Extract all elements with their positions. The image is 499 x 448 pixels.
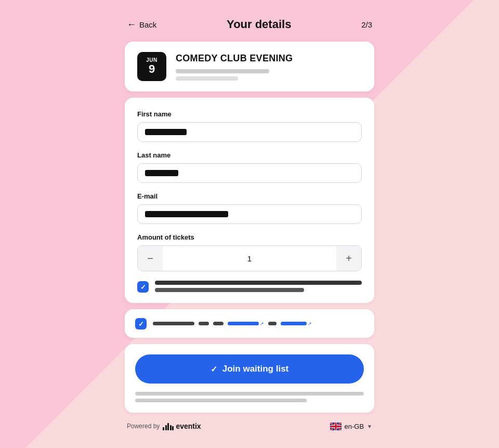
first-name-group: First name [137,110,362,142]
language-selector[interactable]: en-GB ▼ [330,423,372,430]
link1-bar [228,322,259,325]
privacy-checkbox[interactable]: ✓ [135,318,147,330]
first-name-value-bar [145,129,187,135]
email-input-display[interactable] [137,204,362,224]
event-subtitle-line1 [176,69,269,73]
external-link-icon1: ↗ [260,321,264,326]
back-button[interactable]: ← Back [127,19,156,30]
terms-checkbox[interactable]: ✓ [137,281,149,293]
disclaimer-line1 [135,392,364,396]
email-label: E-mail [137,192,362,200]
eventix-logo: eventix [163,422,201,430]
join-button-label: Join waiting list [222,364,289,374]
tickets-group: Amount of tickets − 1 + [137,233,362,271]
check-icon: ✓ [140,283,146,291]
terms-text [155,281,362,292]
disclaimer-line2 [135,399,307,402]
ticket-stepper: − 1 + [137,245,362,271]
eventix-bar-icon [163,422,174,430]
form-card: First name Last name E-mail Amount of ti… [125,98,374,303]
external-link-icon2: ↗ [308,321,312,326]
action-card: ✓ Join waiting list [125,344,374,413]
powered-by: Powered by eventix [127,422,201,430]
event-subtitle-line2 [176,76,238,81]
privacy-text-seg2 [199,322,209,325]
language-label: en-GB [345,423,364,430]
join-waiting-list-button[interactable]: ✓ Join waiting list [135,354,364,384]
page-title: Your details [227,18,291,31]
increment-button[interactable]: + [336,246,361,271]
first-name-input-display[interactable] [137,122,362,142]
terms-checkbox-row: ✓ [137,281,362,293]
terms-card: ✓ ↗ ↗ [125,309,374,338]
chevron-down-icon: ▼ [367,424,372,429]
event-info: COMEDY CLUB EVENING [176,53,362,81]
powered-by-label: Powered by [127,423,160,430]
privacy-text-seg1 [153,322,194,325]
privacy-text-seg4 [268,322,277,325]
email-value-bar [145,211,228,217]
privacy-check-icon: ✓ [138,320,144,328]
event-name: COMEDY CLUB EVENING [176,53,362,64]
event-card: JUN 9 COMEDY CLUB EVENING [125,42,374,91]
privacy-text-block: ↗ ↗ [153,321,364,326]
link2-bar [281,322,307,325]
footer: Powered by eventix en- [125,422,374,430]
event-date-badge: JUN 9 [137,52,166,81]
back-arrow-icon: ← [127,19,136,30]
event-day: 9 [149,63,155,75]
disclaimer-lines [135,392,364,402]
join-check-icon: ✓ [211,364,217,374]
email-group: E-mail [137,192,362,224]
last-name-label: Last name [137,151,362,159]
privacy-link2[interactable]: ↗ [281,321,312,326]
ticket-count: 1 [163,248,336,269]
last-name-input-display[interactable] [137,163,362,183]
eventix-brand-name: eventix [176,422,201,430]
uk-flag-icon [330,423,342,430]
last-name-value-bar [145,170,178,176]
privacy-text-seg3 [213,322,224,325]
last-name-group: Last name [137,151,362,183]
back-label: Back [139,20,156,29]
privacy-link1[interactable]: ↗ [228,321,264,326]
tickets-label: Amount of tickets [137,233,362,241]
page-header: ← Back Your details 2/3 [125,18,374,31]
decrement-button[interactable]: − [138,246,163,271]
first-name-label: First name [137,110,362,118]
step-indicator: 2/3 [361,20,372,29]
